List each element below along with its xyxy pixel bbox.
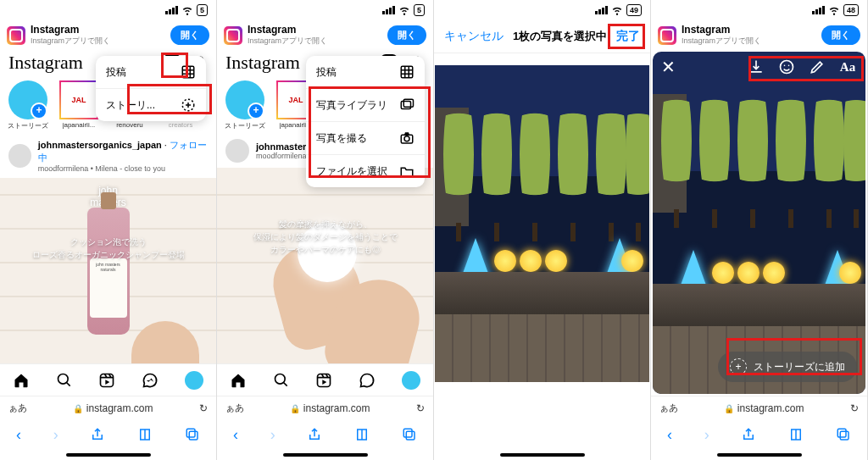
post-audio[interactable]: moodformilena • Milena - close to you: [38, 164, 208, 173]
search-icon[interactable]: [273, 372, 290, 389]
svg-rect-8: [403, 99, 413, 107]
reels-icon[interactable]: [315, 372, 332, 389]
story-item[interactable]: JAL japanairli...: [56, 80, 102, 130]
svg-rect-3: [101, 374, 114, 386]
safari-toolbar: ‹ ›: [217, 419, 433, 450]
reload-icon[interactable]: ↻: [850, 402, 859, 414]
your-story-avatar: [225, 80, 264, 119]
safari-toolbar: ‹ ›: [0, 419, 216, 450]
tabs-button[interactable]: [402, 427, 417, 442]
download-icon[interactable]: [747, 58, 765, 76]
battery-indicator: 5: [414, 4, 425, 16]
text-size-button[interactable]: ぁあ: [8, 402, 27, 414]
post-username[interactable]: johnmastersorganics_japan: [38, 140, 162, 150]
svg-point-2: [58, 374, 68, 384]
take-photo-label: 写真を撮る: [316, 131, 367, 146]
product-bottle: john masters naturals: [87, 208, 130, 335]
share-button[interactable]: [307, 427, 322, 442]
dropdown-story[interactable]: ストーリ...: [96, 89, 206, 121]
folder-icon: [399, 163, 415, 179]
share-button[interactable]: [741, 427, 756, 442]
bookmarks-button[interactable]: [137, 427, 153, 442]
reload-icon[interactable]: ↻: [416, 402, 425, 414]
profile-tab[interactable]: [402, 371, 420, 390]
back-button[interactable]: ‹: [667, 426, 672, 444]
caption-overlay: 髪の摩擦を抑えながら、 保湿により髪のダメージを補うことで カラーやパーマのケア…: [253, 217, 398, 255]
safari-address-bar[interactable]: ぁあ 🔒 instagram.com ↻: [0, 396, 216, 419]
instagram-app-icon: [7, 26, 25, 45]
open-app-button[interactable]: 開く: [387, 25, 426, 45]
story-editor[interactable]: ✕ Aa + ストーリーズに追加: [653, 52, 865, 394]
your-story[interactable]: ストーリーズ: [5, 80, 51, 130]
dropdown-post[interactable]: 投稿: [96, 56, 206, 89]
open-app-button[interactable]: 開く: [170, 25, 209, 45]
safari-address-bar[interactable]: ぁあ 🔒 instagram.com ↻: [217, 396, 433, 419]
messenger-icon[interactable]: [142, 372, 159, 389]
instagram-app-icon: [224, 26, 242, 45]
wifi-icon: [181, 4, 193, 16]
url-text: instagram.com: [303, 402, 370, 414]
bookmarks-button[interactable]: [788, 427, 804, 442]
caption-overlay: クッション泡で洗う ローズ香るオーガニックシャンプー登場: [32, 236, 185, 261]
close-button[interactable]: ✕: [661, 57, 676, 77]
photo-picker-header: キャンセル 1枚の写真を選択中 完了: [434, 20, 650, 53]
panel-1: 5 Instagram Instagramアプリで開く 開く Instagram…: [0, 0, 217, 460]
add-to-story-button[interactable]: + ストーリーズに追加: [718, 352, 857, 382]
your-story[interactable]: ストーリーズ: [222, 80, 268, 130]
cancel-button[interactable]: キャンセル: [444, 29, 504, 44]
photo-library-option[interactable]: 写真ライブラリ: [306, 89, 425, 122]
dropdown-post[interactable]: 投稿: [306, 56, 425, 89]
safari-address-bar[interactable]: ぁあ 🔒 instagram.com ↻: [651, 396, 867, 419]
battery-indicator: 49: [626, 4, 642, 16]
messenger-icon[interactable]: [359, 372, 376, 389]
status-bar: 48: [651, 0, 867, 20]
reels-icon[interactable]: [98, 372, 115, 389]
share-button[interactable]: [90, 427, 105, 442]
svg-rect-14: [403, 429, 412, 437]
back-button[interactable]: ‹: [233, 426, 238, 444]
dropdown-post-label: 投稿: [316, 65, 337, 80]
profile-tab[interactable]: [185, 371, 203, 390]
reload-icon[interactable]: ↻: [199, 402, 208, 414]
back-button[interactable]: ‹: [16, 426, 21, 444]
open-app-button[interactable]: 開く: [821, 25, 860, 45]
your-story-avatar: [8, 80, 47, 119]
svg-rect-0: [182, 66, 194, 78]
search-icon[interactable]: [56, 372, 73, 389]
post-media[interactable]: 髪の摩擦を抑えながら、 保湿により髪のダメージを補うことで カラーやパーマのケア…: [217, 168, 433, 363]
forward-button[interactable]: ›: [704, 426, 709, 444]
post-avatar[interactable]: [225, 139, 249, 163]
tabs-button[interactable]: [836, 427, 851, 442]
post-header: johnmastersorganics_japan · フォロー中 moodfo…: [0, 134, 216, 178]
safari-toolbar: ‹ ›: [651, 419, 867, 450]
battery-indicator: 48: [843, 4, 859, 16]
svg-rect-7: [401, 102, 410, 109]
post-avatar[interactable]: [8, 144, 31, 168]
status-bar: 49: [434, 0, 650, 20]
grid-icon: [399, 64, 415, 80]
draw-icon[interactable]: [808, 58, 826, 76]
sticker-icon[interactable]: [777, 58, 796, 76]
home-icon[interactable]: [230, 372, 247, 389]
url-text: instagram.com: [86, 402, 153, 414]
home-icon[interactable]: [13, 372, 30, 389]
text-tool[interactable]: Aa: [838, 58, 857, 76]
text-size-button[interactable]: ぁあ: [659, 402, 678, 414]
take-photo-option[interactable]: 写真を撮る: [306, 122, 425, 155]
bottle-label: john masters naturals: [90, 258, 127, 318]
text-size-button[interactable]: ぁあ: [225, 402, 244, 414]
post-media[interactable]: john masters organics john masters natur…: [0, 178, 216, 363]
selected-photo[interactable]: [435, 65, 649, 382]
svg-rect-5: [186, 429, 195, 437]
choose-file-option[interactable]: ファイルを選択: [306, 155, 425, 187]
story-label: renoveru: [116, 121, 143, 129]
home-indicator: [0, 450, 216, 460]
forward-button[interactable]: ›: [270, 426, 275, 444]
forward-button[interactable]: ›: [53, 426, 58, 444]
panel-3: 49 キャンセル 1枚の写真を選択中 完了: [434, 0, 651, 460]
spacer: [434, 53, 650, 65]
done-button[interactable]: 完了: [616, 29, 640, 44]
bookmarks-button[interactable]: [354, 427, 370, 442]
signal-icon: [165, 6, 178, 14]
tabs-button[interactable]: [185, 427, 200, 442]
